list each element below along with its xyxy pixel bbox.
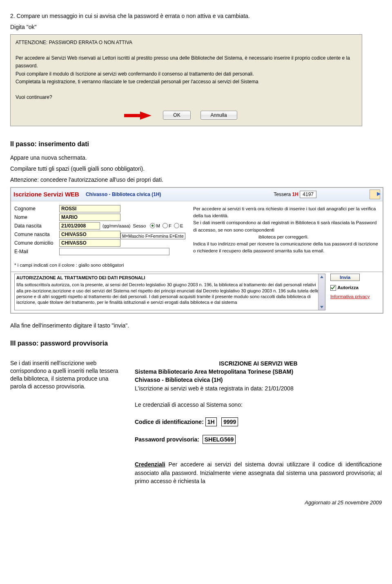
label-nome: Nome [14, 214, 59, 220]
codice-label: Codice di identificazione: [135, 419, 204, 425]
radio-e-label: E [180, 223, 183, 228]
label-sesso: Sesso [133, 223, 146, 228]
tessera-label: Tessera [274, 192, 291, 197]
intro-line2: Digita "ok" [10, 23, 382, 31]
step3-left-text: Se i dati inseriti nell'iscrizione web c… [10, 359, 125, 485]
auth-title: AUTORIZZAZIONE AL TRATTAMENTO DEI DATI P… [16, 275, 323, 281]
scrollbar-icon[interactable] [318, 274, 325, 310]
input-comune-nascita[interactable]: CHIVASSO [59, 231, 120, 238]
radio-m[interactable] [150, 223, 155, 228]
cancel-button[interactable]: Annulla [200, 111, 237, 120]
radio-f[interactable] [163, 223, 168, 228]
step2-l2: Compilare tutti gli spazi (quelli gialli… [10, 165, 382, 173]
label-date-format: (gg/mm/aaaa) [102, 223, 130, 228]
help-p2: Se i dati inseriti corrispondono ai dati… [193, 220, 376, 232]
codice-b: 9999 [221, 417, 238, 426]
password-warning-dialog: ATTENZIONE: PASSWORD ERRATA O NON ATTIVA… [10, 34, 362, 127]
dialog-p1: Per accedere ai Servizi Web riservati ai… [16, 54, 357, 70]
help-p1: Per accedere ai servizi ti verrà ora ric… [193, 205, 379, 220]
form-subtitle: Chivasso - Biblioteca civica (1H) [86, 192, 161, 197]
radio-f-label: F [169, 223, 172, 228]
label-comune-domicilio: Comune domicilio [14, 240, 59, 246]
page-footer: Aggiornato al 25 novembre 2009 [10, 499, 382, 506]
dialog-p4: Vuoi continuare? [16, 94, 357, 101]
ok-button[interactable]: OK [163, 111, 190, 120]
dialog-title: ATTENZIONE: PASSWORD ERRATA O NON ATTIVA [16, 39, 357, 47]
codice-a: 1H [205, 417, 217, 426]
input-comune-domicilio[interactable]: CHIVASSO [59, 239, 120, 247]
tessera-code: 1H [292, 192, 298, 197]
registrazione-text: L'iscrizione ai servizi web è stata regi… [135, 384, 382, 392]
radio-m-label: M [156, 223, 160, 228]
red-arrowhead-icon [140, 111, 151, 120]
label-cognome: Cognome [14, 206, 59, 212]
biblioteca-name: Chivasso - Biblioteca civica (1H) [135, 376, 382, 384]
red-arrow-icon [124, 114, 140, 117]
after-form-note: Alla fine dell'inserimento digitare il t… [10, 322, 382, 330]
step2-l1: Appare una nuova schermata. [10, 154, 382, 162]
step3-heading: III passo: password provvisoria [10, 340, 382, 347]
tessera-number: 4197 [300, 191, 316, 198]
autorizza-label: Autorizza [337, 285, 359, 290]
autorizza-checkbox[interactable] [330, 285, 336, 291]
privacy-link[interactable]: Informativa privacy [330, 294, 370, 299]
password-label: Passaword provvisoria: [135, 436, 199, 443]
input-email[interactable] [59, 248, 169, 255]
sistema-name: Sistema Bibliotecario Area Metropolitana… [135, 368, 382, 376]
step2-l3: Attenzione: concedere l'autorizzazione a… [10, 176, 382, 184]
input-nome[interactable]: MARIO [59, 214, 120, 221]
label-comune-nascita: Comune nascita [14, 232, 59, 237]
exit-icon[interactable] [370, 189, 380, 199]
iscrizione-title: ISCRIZIONE AI SERVIZI WEB [135, 359, 382, 368]
input-cognome[interactable]: ROSSI [59, 205, 120, 212]
help-p3: Indica il tuo indirizzo email per riceve… [193, 241, 379, 255]
password-value: SHELG569 [203, 435, 236, 444]
input-data-nascita[interactable]: 21/01/2008 [59, 222, 100, 230]
required-note: * i campi indicati con il colore : giall… [14, 263, 186, 267]
form-title: Iscrizione Servizi WEB [13, 191, 79, 198]
credenziali-text: Per accedere ai servizi del sistema dovr… [135, 461, 382, 484]
step2-heading: II passo: inserimento dati [10, 140, 382, 148]
invia-button[interactable]: Invia [330, 274, 360, 281]
dialog-p3: Completata la registrazione, ti verranno… [16, 78, 357, 86]
authorization-textarea[interactable]: AUTORIZZAZIONE AL TRATTAMENTO DEI DATI P… [14, 274, 325, 310]
label-data-nascita: Data nascita [14, 223, 59, 229]
help-p2b: iblioteca per correggerli. [258, 234, 379, 241]
iscrizione-form: Iscrizione Servizi WEB Chivasso - Biblio… [10, 187, 383, 314]
intro-line1: 2. Compare un messaggio in cui si avvisa… [10, 12, 382, 20]
dialog-p2: Puoi compilare il modulo di Iscrizione a… [16, 70, 357, 78]
credenziali-heading: Credenziali [135, 461, 165, 468]
mfe-legend: M=Maschio F=Femmina E=Ente [120, 233, 185, 239]
radio-e[interactable] [174, 223, 179, 228]
auth-body: Il/la sottoscritto/a autorizza, con la p… [16, 282, 323, 305]
label-email: E-Mail [14, 249, 59, 254]
credenziali-intro: Le credenziali di accesso al Sistema son… [135, 401, 382, 409]
